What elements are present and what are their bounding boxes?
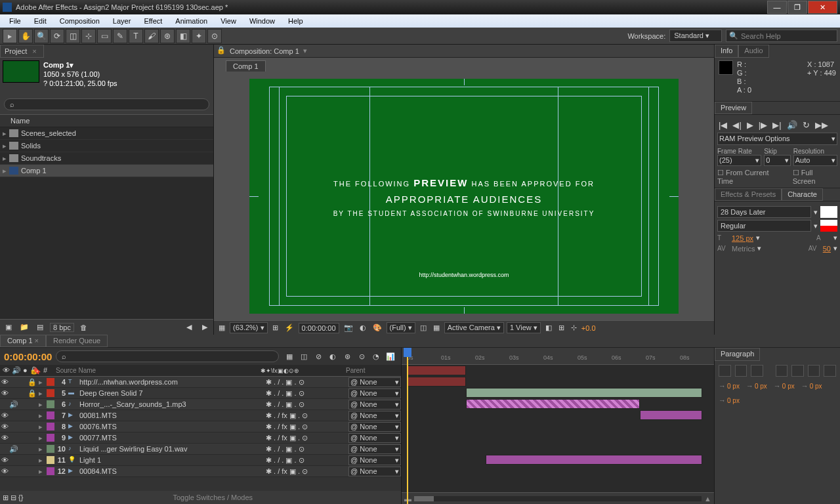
prev-frame-icon[interactable]: ◀|: [732, 120, 741, 130]
always-preview-icon[interactable]: ▦: [217, 324, 227, 332]
project-item[interactable]: ▸Scenes_selected: [0, 127, 213, 140]
layer-search-input[interactable]: ⌕: [56, 350, 279, 362]
maximize-button[interactable]: ❐: [788, 1, 807, 14]
interpret-icon[interactable]: ▣: [3, 322, 14, 333]
play-icon[interactable]: ▶: [747, 120, 753, 130]
brush-tool[interactable]: 🖌: [144, 29, 159, 43]
text-tool[interactable]: T: [129, 29, 143, 43]
layer-bar[interactable]: [407, 377, 466, 387]
pen-tool[interactable]: ✎: [113, 29, 127, 43]
font-style-select[interactable]: Regular: [717, 220, 811, 232]
menu-animation[interactable]: Animation: [169, 16, 214, 26]
search-help-input[interactable]: 🔍 Search Help: [726, 30, 837, 42]
fast-preview-icon[interactable]: ⚡: [283, 324, 296, 332]
toggle-switches-button[interactable]: ⊞ ⊟ {}: [3, 494, 23, 502]
clone-tool[interactable]: ⊛: [160, 29, 175, 43]
font-select[interactable]: 28 Days Later: [717, 206, 811, 218]
paragraph-indent-value[interactable]: →0 px: [774, 382, 795, 390]
layer-bar[interactable]: [407, 366, 466, 375]
kerning-value[interactable]: Metrics: [732, 245, 755, 253]
auto-key-icon[interactable]: ◔: [369, 350, 383, 363]
hand-tool[interactable]: ✋: [18, 29, 33, 43]
project-item[interactable]: ▸Soundtracks: [0, 152, 213, 165]
show-channel-icon[interactable]: ◐: [358, 324, 368, 332]
zoom-in-icon[interactable]: ▲: [702, 495, 714, 503]
snapshot-icon[interactable]: 📷: [342, 324, 355, 332]
info-tab[interactable]: Info: [715, 45, 738, 58]
layer-bar[interactable]: [640, 410, 702, 420]
project-search-input[interactable]: ⌕: [4, 98, 209, 110]
minimize-button[interactable]: —: [767, 1, 787, 14]
align-right-icon[interactable]: [751, 365, 763, 377]
skip-select[interactable]: 0▾: [764, 155, 790, 166]
paragraph-tab[interactable]: Paragraph: [715, 348, 760, 361]
justify-center-icon[interactable]: [791, 365, 804, 377]
layer-row[interactable]: 🔊 ▸ 6 ♪ Horror_...-_Scary_sounds_1.mp3 ✱…: [0, 399, 401, 410]
zoom-select[interactable]: (63.2%) ▾: [230, 322, 268, 333]
loop-icon[interactable]: ↻: [803, 120, 810, 130]
bit-depth-button[interactable]: 8 bpc: [50, 323, 74, 332]
layer-bar[interactable]: [486, 455, 702, 465]
zoom-tool[interactable]: 🔍: [34, 29, 49, 43]
camera-select[interactable]: Active Camera ▾: [444, 322, 504, 333]
preview-res-select[interactable]: Auto▾: [793, 155, 837, 166]
time-display[interactable]: 0:00:00:00: [299, 323, 339, 333]
flowchart-icon[interactable]: ⊹: [569, 324, 579, 332]
justify-all-icon[interactable]: [824, 365, 836, 377]
motion-blur-icon[interactable]: ⊛: [341, 350, 354, 363]
render-queue-tab[interactable]: Render Queue: [46, 335, 108, 347]
audio-icon[interactable]: 🔊: [787, 120, 797, 130]
current-time-indicator[interactable]: [407, 349, 408, 504]
brainstorm-icon[interactable]: ⊙: [355, 350, 368, 363]
last-frame-icon[interactable]: ▶|: [772, 120, 781, 130]
comp-thumbnail[interactable]: [3, 60, 39, 83]
comp-lock-icon[interactable]: 🔒: [217, 46, 228, 56]
paragraph-indent-value[interactable]: →0 px: [719, 396, 740, 404]
font-size-value[interactable]: 125 px: [732, 234, 753, 242]
ram-preview-icon[interactable]: ▶▶: [815, 120, 828, 130]
timeline-comp-tab[interactable]: Comp 1 ×: [0, 335, 46, 347]
color-mgmt-icon[interactable]: 🎨: [371, 324, 384, 332]
layer-row[interactable]: 👁 🔒 ▸ 5 ▬ Deep Green Solid 7 ✱ . / . ▣ .…: [0, 388, 401, 399]
mask-tool[interactable]: ▭: [97, 29, 112, 43]
layer-row[interactable]: 👁 ▸ 8 ▶ 00076.MTS ✱ . / fx ▣ . ⊙ @ None▾: [0, 421, 401, 432]
preview-tab[interactable]: Preview: [715, 102, 752, 114]
puppet-tool[interactable]: ⊙: [207, 29, 222, 43]
menu-edit[interactable]: Edit: [28, 16, 53, 26]
selection-tool[interactable]: ▸: [3, 29, 17, 43]
framerate-select[interactable]: (25)▾: [717, 155, 761, 166]
justify-right-icon[interactable]: [808, 365, 820, 377]
menu-view[interactable]: View: [214, 16, 243, 26]
layer-row[interactable]: 👁 ▸ 12 ▶ 00084.MTS ✱ . / fx ▣ . ⊙ @ None…: [0, 466, 401, 477]
pixel-aspect-icon[interactable]: ◧: [543, 324, 554, 332]
project-item[interactable]: ▸Solids: [0, 140, 213, 152]
layer-row[interactable]: 👁 ▸ 11 💡 Light 1 ✱ . / . ▣ . ⊙ @ None▾: [0, 455, 401, 466]
rotate-tool[interactable]: ⟳: [50, 29, 64, 43]
roto-tool[interactable]: ✦: [192, 29, 206, 43]
project-columns[interactable]: Name: [0, 114, 213, 127]
comp-tab[interactable]: Comp 1: [226, 60, 266, 72]
eraser-tool[interactable]: ◧: [176, 29, 190, 43]
menu-file[interactable]: File: [3, 16, 28, 26]
stroke-color-swatch[interactable]: [820, 220, 837, 232]
layer-row[interactable]: 👁 🔒 ▸ 4 T http://...ntwhan.wordpress.com…: [0, 377, 401, 388]
fill-color-swatch[interactable]: [820, 206, 837, 218]
menu-effect[interactable]: Effect: [137, 16, 169, 26]
layer-bar[interactable]: [466, 399, 640, 409]
hide-shy-icon[interactable]: ⊘: [312, 350, 325, 363]
full-screen-checkbox[interactable]: ☐ Full Screen: [793, 169, 837, 185]
composition-canvas[interactable]: THE FOLLOWING PREVIEW HAS BEEN APPROVED …: [249, 79, 679, 314]
layer-row[interactable]: 👁 ▸ 7 ▶ 00081.MTS ✱ . / fx ▣ . ⊙ @ None▾: [0, 410, 401, 421]
menu-layer[interactable]: Layer: [106, 16, 138, 26]
close-button[interactable]: ✕: [808, 1, 837, 14]
menu-help[interactable]: Help: [282, 16, 310, 26]
resolution-icon[interactable]: ⊞: [270, 324, 280, 332]
align-left-icon[interactable]: [719, 365, 731, 377]
scroll-right-icon[interactable]: ▶: [199, 322, 211, 333]
exposure-value[interactable]: +0.0: [581, 324, 596, 332]
project-item[interactable]: ▸Comp 1: [0, 165, 213, 177]
camera-tool[interactable]: ◫: [66, 29, 80, 43]
audio-tab[interactable]: Audio: [738, 45, 768, 58]
comp-mini-icon[interactable]: ▦: [283, 350, 296, 363]
pan-behind-tool[interactable]: ⊹: [81, 29, 96, 43]
